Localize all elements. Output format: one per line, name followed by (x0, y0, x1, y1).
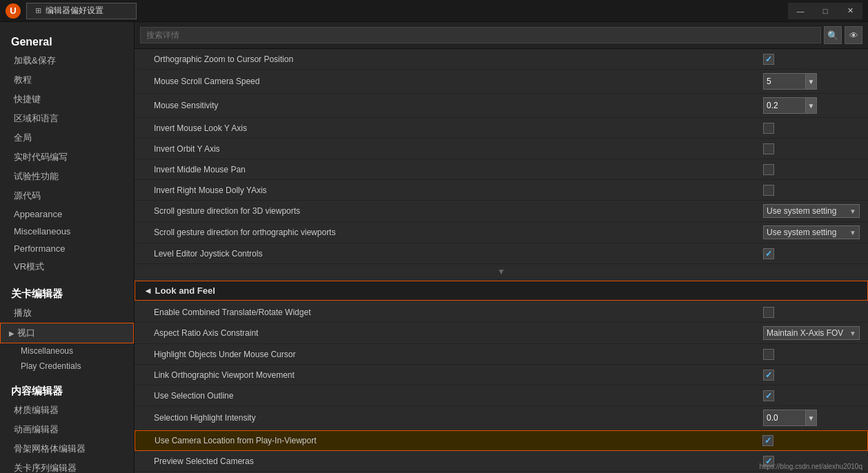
maximize-button[interactable]: □ (813, 3, 838, 19)
content-area: 🔍 👁 Orthographic Zoom to Cursor Position… (135, 22, 868, 473)
sidebar-viewport-label: 视口 (17, 327, 35, 339)
eye-button[interactable]: 👁 (845, 26, 862, 44)
selection-intensity-input[interactable] (764, 412, 805, 424)
spin-down-btn[interactable]: ▼ (805, 74, 816, 89)
sidebar-miscellaneous[interactable]: Miscellaneous (0, 223, 134, 240)
sidebar-contenteditor-title: 内容编辑器 (0, 378, 134, 401)
sidebar-skeletal-editor[interactable]: 骨架网格体编辑器 (0, 439, 134, 459)
main-layout: General 加载&保存 教程 快捷键 区域和语言 全局 实时代码编写 试验性… (0, 22, 868, 473)
sidebar-seq-editor[interactable]: 关卡序列编辑器 (0, 459, 134, 473)
mouse-sensitivity-input[interactable] (764, 99, 805, 112)
checkbox-joystick[interactable] (763, 248, 774, 259)
sidebar-appearance[interactable]: Appearance (0, 205, 134, 223)
row-selection-intensity: Selection Highlight Intensity ▼ (135, 406, 868, 430)
spin-down-btn3[interactable]: ▼ (805, 410, 816, 425)
app-logo: U (6, 3, 21, 19)
row-mouse-sensitivity: Mouse Sensitivity ▼ (135, 94, 868, 118)
search-input[interactable] (140, 27, 821, 43)
checkbox-invert-right-mouse[interactable] (763, 185, 774, 196)
sidebar-vr[interactable]: VR模式 (0, 257, 134, 276)
dropdown-scroll-ortho[interactable]: Use system setting ▼ (763, 225, 860, 239)
arrow-icon: ▶ (9, 330, 14, 337)
row-highlight-mouse: Highlight Objects Under Mouse Cursor (135, 344, 868, 365)
dropdown-aspect-ratio[interactable]: Maintain X-Axis FOV ▼ (763, 326, 860, 340)
checkbox-link-ortho[interactable] (763, 370, 774, 381)
minimize-button[interactable]: — (788, 3, 813, 19)
row-combined-translate: Enable Combined Translate/Rotate Widget (135, 302, 868, 323)
row-joystick-controls: Level Editor Joystick Controls (135, 243, 868, 264)
row-camera-play: Use Camera Location from Play-In-Viewpor… (135, 430, 868, 451)
sidebar-play-cred[interactable]: Play Credentials (0, 359, 134, 374)
checkbox-camera-play[interactable] (762, 435, 773, 446)
row-aspect-ratio: Aspect Ratio Axis Constraint Maintain X-… (135, 323, 868, 344)
row-ortho-zoom: Orthographic Zoom to Cursor Position (135, 49, 868, 70)
checkbox-combined-translate[interactable] (763, 307, 774, 318)
sidebar-item-load-save[interactable]: 加载&保存 (0, 51, 134, 70)
close-button[interactable]: ✕ (838, 3, 862, 19)
sidebar-performance[interactable]: Performance (0, 240, 134, 257)
row-invert-middle-mouse: Invert Middle Mouse Pan (135, 159, 868, 180)
row-scroll-3d: Scroll gesture direction for 3D viewport… (135, 201, 868, 222)
chevron-down-icon3: ▼ (849, 330, 856, 337)
row-link-ortho: Link Orthographic Viewport Movement (135, 365, 868, 385)
num-mouse-sensitivity[interactable]: ▼ (763, 97, 817, 114)
checkbox-invert-mouse-y[interactable] (763, 123, 774, 134)
section-look-feel[interactable]: ◄ Look and Feel (135, 281, 868, 301)
window-controls[interactable]: — □ ✕ (788, 3, 862, 19)
sidebar-play[interactable]: 播放 (0, 303, 134, 323)
checkbox-invert-orbit-y[interactable] (763, 143, 774, 154)
sidebar-anim-editor[interactable]: 动画编辑器 (0, 420, 134, 439)
sidebar-item-livecoding[interactable]: 实时代码编写 (0, 148, 134, 167)
sidebar-item-source[interactable]: 源代码 (0, 186, 134, 205)
search-bar: 🔍 👁 (135, 22, 868, 49)
sidebar-item-tutorials[interactable]: 教程 (0, 70, 134, 90)
window-title: ⊞ 编辑器偏好设置 (26, 3, 137, 19)
sidebar-item-region[interactable]: 区域和语言 (0, 109, 134, 128)
row-scroll-ortho: Scroll gesture direction for orthographi… (135, 222, 868, 243)
sidebar-misc-level[interactable]: Miscellaneous (0, 343, 134, 359)
sidebar-item-experimental[interactable]: 试验性功能 (0, 167, 134, 186)
checkbox-ortho-zoom[interactable] (763, 54, 774, 65)
sidebar-general-title: General (0, 30, 134, 51)
row-preview-cameras: Preview Selected Cameras (135, 451, 868, 472)
checkbox-selection-outline[interactable] (763, 390, 774, 401)
url-bar: https://blog.csdn.net/alexhu2010q (759, 463, 862, 470)
search-button[interactable]: 🔍 (824, 26, 842, 44)
row-invert-mouse-y: Invert Mouse Look Y Axis (135, 118, 868, 139)
row-mouse-scroll-speed: Mouse Scroll Camera Speed ▼ (135, 70, 868, 94)
chevron-down-icon2: ▼ (849, 229, 856, 236)
mouse-scroll-input[interactable] (764, 75, 805, 88)
sidebar-item-global[interactable]: 全局 (0, 128, 134, 148)
dropdown-scroll-3d[interactable]: Use system setting ▼ (763, 204, 860, 218)
row-invert-orbit-y: Invert Orbit Y Axis (135, 139, 868, 159)
spin-down-btn2[interactable]: ▼ (805, 98, 816, 113)
num-mouse-scroll[interactable]: ▼ (763, 73, 817, 90)
sidebar-leveleditor-title: 关卡编辑器 (0, 281, 134, 303)
checkbox-invert-middle-mouse[interactable] (763, 164, 774, 175)
sidebar-viewport[interactable]: ▶ 视口 (0, 323, 134, 343)
num-selection-intensity[interactable]: ▼ (763, 410, 817, 426)
title-bar: U ⊞ 编辑器偏好设置 — □ ✕ (0, 0, 868, 22)
settings-scroll[interactable]: Orthographic Zoom to Cursor Position Mou… (135, 49, 868, 473)
sidebar-material-editor[interactable]: 材质编辑器 (0, 401, 134, 420)
sidebar: General 加载&保存 教程 快捷键 区域和语言 全局 实时代码编写 试验性… (0, 22, 135, 473)
row-selection-outline: Use Selection Outline (135, 385, 868, 406)
scroll-indicator-1: ▼ (135, 264, 868, 279)
chevron-down-icon: ▼ (849, 208, 856, 215)
row-invert-right-mouse: Invert Right Mouse Dolly YAxis (135, 180, 868, 201)
checkbox-highlight-mouse[interactable] (763, 349, 774, 360)
sidebar-item-shortcuts[interactable]: 快捷键 (0, 90, 134, 109)
